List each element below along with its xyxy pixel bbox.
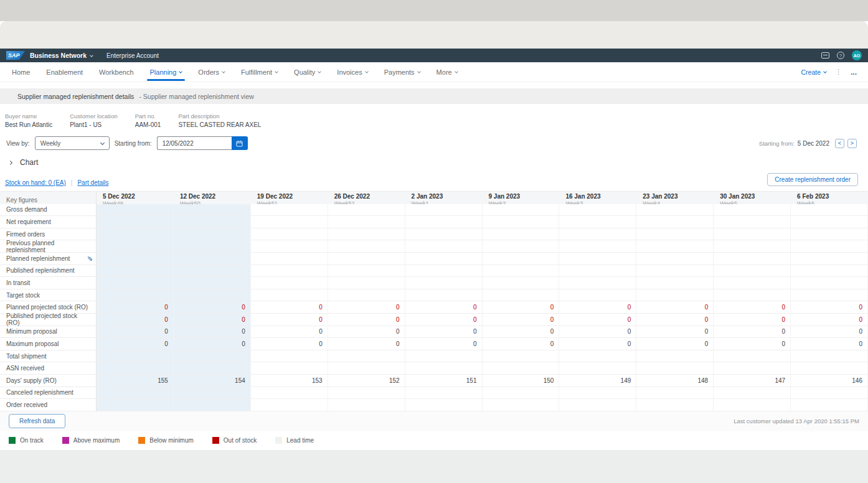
- table-cell: [636, 289, 714, 302]
- table-cell: [483, 289, 560, 302]
- table-cell[interactable]: [328, 253, 405, 265]
- nav-item-planning[interactable]: Planning: [142, 62, 191, 82]
- table-cell[interactable]: [636, 253, 714, 265]
- nav-item-fulfillment[interactable]: Fulfillment: [233, 62, 286, 82]
- table-cell: [714, 240, 791, 253]
- starting-from-input[interactable]: [157, 136, 232, 150]
- create-button[interactable]: Create: [801, 68, 826, 76]
- table-cell: [97, 204, 174, 217]
- table-cell: [791, 387, 868, 400]
- links-row: Stock on hand: 0 (EA) | Part details Cre…: [0, 173, 868, 191]
- table-cell[interactable]: [791, 253, 868, 265]
- refresh-data-button[interactable]: Refresh data: [9, 414, 65, 428]
- table-cell: 0: [328, 338, 405, 350]
- table-cell[interactable]: [714, 253, 791, 265]
- info-field-label: Buyer name: [5, 113, 52, 120]
- row-label-text: Published projected stock (RO): [6, 312, 92, 326]
- table-cell: 0: [174, 314, 251, 326]
- table-cell: [405, 265, 483, 278]
- table-cell: [636, 362, 714, 375]
- table-cell: [97, 399, 174, 411]
- overflow-horizontal-icon[interactable]: ...: [851, 71, 857, 73]
- row-label-text: Days' supply (RO): [6, 377, 57, 384]
- table-cell: 0: [636, 326, 714, 339]
- row-label-text: Gross demand: [6, 206, 47, 213]
- row-label-text: Order received: [6, 401, 47, 408]
- nav-item-home[interactable]: Home: [4, 62, 38, 82]
- nav-item-invoices[interactable]: Invoices: [329, 62, 375, 82]
- row-label: Days' supply (RO): [0, 375, 97, 387]
- nav-item-enablement[interactable]: Enablement: [38, 62, 91, 82]
- nav-item-orders[interactable]: Orders: [190, 62, 233, 82]
- table-cell: 0: [714, 326, 791, 339]
- view-by-select[interactable]: Weekly: [35, 136, 110, 150]
- nav-item-workbench[interactable]: Workbench: [91, 62, 141, 82]
- table-cell: [559, 362, 636, 375]
- stock-on-hand-link[interactable]: Stock on hand: 0 (EA): [5, 179, 66, 186]
- feedback-icon[interactable]: [821, 52, 829, 59]
- part-details-link[interactable]: Part details: [77, 179, 108, 186]
- column-date: 26 Dec 2022: [334, 193, 405, 200]
- nav-item-label: Payments: [384, 68, 415, 76]
- chart-section-toggle[interactable]: Chart: [0, 153, 868, 173]
- table-cell: [714, 387, 791, 400]
- table-cell: [174, 228, 251, 241]
- table-footer: Refresh data Last customer updated 13 Ap…: [0, 411, 868, 431]
- table-cell: 0: [483, 301, 560, 314]
- info-field-label: Customer location: [70, 113, 118, 120]
- table-cell: 0: [559, 338, 636, 350]
- table-cell: [714, 289, 791, 302]
- table-cell: [328, 387, 405, 400]
- table-cell: 149: [559, 375, 636, 387]
- table-cell: [483, 387, 560, 400]
- chevron-down-icon: [823, 70, 827, 73]
- user-avatar[interactable]: AO: [852, 50, 862, 60]
- overflow-vertical-icon[interactable]: ⋮: [835, 68, 842, 76]
- chevron-down-icon[interactable]: [90, 54, 93, 57]
- info-field: Part descriptionSTEEL CASTED REAR AXEL: [178, 113, 261, 128]
- table-cell[interactable]: [97, 253, 174, 265]
- chevron-down-icon: [222, 70, 225, 73]
- edit-icon[interactable]: ✎: [86, 256, 93, 261]
- help-icon[interactable]: ?: [837, 52, 844, 59]
- legend-item: Lead time: [275, 437, 314, 444]
- table-cell: 0: [97, 326, 174, 339]
- table-cell: 0: [791, 301, 868, 314]
- row-label-text: Total shipment: [6, 353, 46, 360]
- next-week-button[interactable]: >: [847, 139, 857, 148]
- table-cell: 0: [405, 301, 483, 314]
- info-field: Part no.AAM-001: [135, 113, 161, 128]
- nav-item-payments[interactable]: Payments: [376, 62, 428, 82]
- main-nav: HomeEnablementWorkbenchPlanningOrdersFul…: [0, 62, 868, 82]
- table-cell: [714, 204, 791, 217]
- table-cell: 0: [328, 326, 405, 339]
- row-label: Total shipment: [0, 350, 97, 363]
- nav-item-more[interactable]: More: [428, 62, 466, 82]
- chevron-right-icon: [8, 160, 12, 164]
- table-cell: [174, 277, 251, 289]
- table-cell: [405, 362, 483, 375]
- table-cell: [328, 240, 405, 253]
- table-cell: [483, 204, 560, 217]
- previous-week-button[interactable]: <: [835, 139, 844, 148]
- table-cell: 0: [174, 338, 251, 350]
- create-replenishment-order-button[interactable]: Create replenishment order: [767, 173, 858, 186]
- calendar-button[interactable]: [232, 136, 248, 150]
- table-cell[interactable]: [559, 253, 636, 265]
- table-cell: 0: [714, 301, 791, 314]
- table-cell: [714, 399, 791, 411]
- table-cell[interactable]: [251, 253, 328, 265]
- nav-item-quality[interactable]: Quality: [286, 62, 329, 82]
- info-field-label: Part no.: [135, 113, 161, 120]
- table-cell: [483, 362, 560, 375]
- table-cell: [174, 240, 251, 253]
- table-cell: [636, 350, 714, 363]
- table-cell[interactable]: [483, 253, 560, 265]
- table-cell: [405, 228, 483, 241]
- table-cell[interactable]: [174, 253, 251, 265]
- table-cell: [405, 277, 483, 289]
- brand-title: Business Network: [30, 52, 87, 59]
- pager-date: 5 Dec 2022: [798, 140, 829, 147]
- table-cell[interactable]: [405, 253, 483, 265]
- legend-label: On track: [20, 437, 44, 444]
